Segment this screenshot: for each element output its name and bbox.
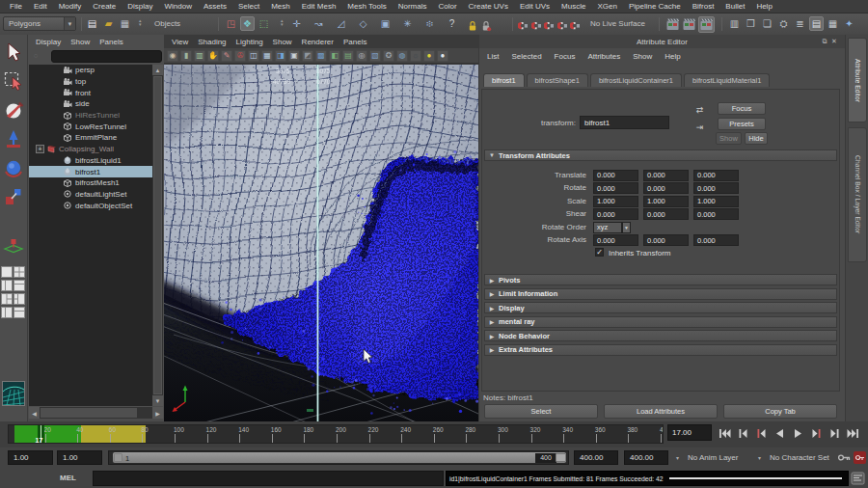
outliner-item[interactable]: top — [29, 76, 152, 88]
menubar-item[interactable]: Normals — [393, 2, 433, 11]
attribute-field-z[interactable]: 0.000 — [693, 170, 739, 181]
shaded-icon[interactable]: ▦ — [261, 50, 273, 62]
menubar-item[interactable]: Mesh — [265, 2, 296, 11]
collapsed-section-header[interactable]: ▶ Pivots — [484, 274, 837, 285]
toggle-tool-settings-icon[interactable]: ⛭ — [776, 16, 791, 31]
attribute-field-z[interactable]: 0.000 — [693, 182, 739, 194]
collapsed-section-header[interactable]: ▶ mental ray — [484, 316, 837, 328]
highlight-selection-icon[interactable] — [480, 18, 492, 30]
attribute-field-x[interactable]: 1.000 — [593, 196, 638, 207]
range-slider[interactable]: 1 400 — [108, 450, 569, 465]
outliner-item[interactable]: EmmitPlane — [29, 132, 152, 144]
rotate-tool[interactable] — [2, 156, 25, 179]
viewport-menu-item[interactable]: Shading — [198, 38, 226, 46]
menubar-item[interactable]: Display — [122, 2, 158, 11]
layout-current-thumbnail[interactable] — [2, 381, 25, 406]
show-button[interactable]: Show — [716, 132, 742, 145]
make-live-icon[interactable] — [570, 18, 582, 30]
menubar-item[interactable]: Muscle — [556, 2, 591, 11]
isolate-select-icon[interactable]: ◎ — [356, 50, 367, 62]
attribute-field-x[interactable]: 0.000 — [593, 208, 638, 220]
mask-misc-icon[interactable]: ፨ — [422, 16, 437, 31]
mask-points-icon[interactable]: ✛ — [289, 16, 304, 31]
lights-icon[interactable]: ▣ — [288, 50, 300, 62]
toggle-hypershade-icon[interactable]: ❒ — [744, 16, 758, 31]
chevron-down-icon[interactable]: ▾ — [758, 454, 767, 461]
viewport-menu-item[interactable]: Panels — [343, 38, 366, 46]
menubar-item[interactable]: Modify — [53, 2, 88, 11]
textured-icon[interactable]: ◨ — [275, 50, 286, 62]
snap-to-points-icon[interactable] — [544, 18, 556, 30]
new-scene-icon[interactable]: ▤ — [85, 16, 99, 31]
mask-surfaces-icon[interactable]: ◿ — [334, 16, 348, 31]
animation-end-field[interactable]: 400.00 — [624, 450, 668, 465]
snap-camera-icon[interactable]: ◉ — [167, 50, 178, 62]
grease-pencil-icon[interactable]: ✎ — [221, 50, 232, 62]
outliner-item[interactable]: LowResTunnel — [29, 121, 152, 132]
menubar-item[interactable]: Bullet — [719, 2, 750, 11]
float-panel-icon[interactable]: ⧉ — [820, 37, 829, 46]
anim-layer-selector[interactable]: No Anim Layer — [688, 453, 738, 462]
presets-button[interactable]: Presets — [718, 118, 766, 130]
help-icon[interactable]: ? — [445, 16, 459, 31]
show-output-icon[interactable]: ⇥ — [693, 121, 706, 133]
snap-to-curves-icon[interactable] — [531, 18, 543, 30]
outliner-item[interactable]: front — [29, 87, 152, 98]
playback-start-field[interactable]: 1.00 — [57, 450, 102, 465]
node-tab[interactable]: bifrostShape1 — [527, 73, 588, 87]
play-backwards-button[interactable] — [771, 425, 789, 441]
step-forward-key-button[interactable] — [807, 425, 826, 441]
render-settings-icon[interactable] — [698, 16, 715, 33]
collapsed-section-header[interactable]: ▶ Node Behavior — [484, 330, 837, 341]
mask-dynamics-icon[interactable]: ▣ — [378, 16, 393, 31]
viewport-menu-item[interactable]: Renderer — [302, 38, 334, 46]
outliner-item[interactable]: + Collapsing_Wall — [29, 144, 152, 155]
emitter-tool[interactable] — [2, 235, 25, 258]
node-tab[interactable]: bifrostLiquidContainer1 — [590, 73, 682, 87]
save-scene-icon[interactable]: ▦ — [118, 16, 132, 31]
two-d-pan-icon[interactable]: ✋ — [207, 50, 219, 62]
script-editor-icon[interactable] — [851, 472, 865, 485]
scroll-down-icon[interactable]: ▼ — [152, 395, 163, 406]
outliner-menu-item[interactable]: Display — [36, 38, 61, 46]
go-to-start-button[interactable] — [716, 425, 734, 441]
group-collapser-icon[interactable]: ▴▾ — [281, 18, 286, 30]
bookmark-icon[interactable]: ▮ — [180, 50, 192, 62]
menubar-item[interactable]: XGen — [591, 2, 622, 11]
viewport-canvas[interactable]: 3075 8075 40730 6770 — [164, 65, 478, 421]
screen-ao-icon[interactable]: ▩ — [315, 50, 327, 62]
scroll-up-icon[interactable]: ▲ — [152, 65, 163, 75]
attribute-field-x[interactable]: 0.000 — [593, 182, 638, 194]
play-forwards-button[interactable] — [789, 425, 807, 441]
menubar-item[interactable]: Edit Mesh — [296, 2, 342, 11]
paint-select-tool[interactable] — [2, 98, 25, 122]
collapsed-section-header[interactable]: ▶ Extra Attributes — [484, 344, 837, 356]
command-language-label[interactable]: MEL — [60, 474, 76, 482]
snap-to-grids-icon[interactable] — [518, 18, 529, 30]
outliner-search-input[interactable] — [51, 50, 162, 63]
swap-input-icon[interactable]: ⇄ — [693, 103, 706, 116]
attribute-editor-menu-item[interactable]: Help — [665, 52, 680, 61]
outliner-menu-item[interactable]: Panels — [99, 38, 122, 46]
layout-two-side-icon[interactable] — [1, 307, 14, 319]
camera-attributes-icon[interactable]: ✇ — [234, 50, 246, 62]
range-start-handle[interactable] — [114, 453, 122, 462]
attribute-field-x[interactable]: 0.000 — [593, 234, 638, 246]
menubar-item[interactable]: Color — [432, 2, 462, 11]
menubar-item[interactable]: Create — [87, 2, 122, 11]
selection-mode-label[interactable]: Objects — [154, 19, 180, 28]
animation-start-field[interactable]: 1.00 — [8, 450, 53, 465]
tab-channel-box[interactable]: Channel Box / Layer Editor — [848, 127, 867, 262]
xray-icon[interactable]: ▧ — [369, 50, 381, 62]
toggle-outliner-icon[interactable]: ≣ — [793, 16, 807, 31]
outliner-item[interactable]: defaultObjectSet — [29, 200, 152, 211]
outliner-vertical-scrollbar[interactable]: ▲ ▼ — [152, 65, 163, 406]
menubar-item[interactable]: Select — [232, 2, 265, 11]
step-back-key-button[interactable] — [752, 425, 771, 441]
menubar-item[interactable]: Mesh Tools — [341, 2, 392, 11]
joints-xray-icon[interactable]: ✪ — [383, 50, 394, 62]
hide-button[interactable]: Hide — [745, 132, 768, 145]
toggle-uv-editor-icon[interactable]: ❏ — [760, 16, 774, 31]
node-tab[interactable]: bifrost1 — [483, 73, 525, 87]
attribute-editor-menu-item[interactable]: Focus — [555, 52, 576, 61]
